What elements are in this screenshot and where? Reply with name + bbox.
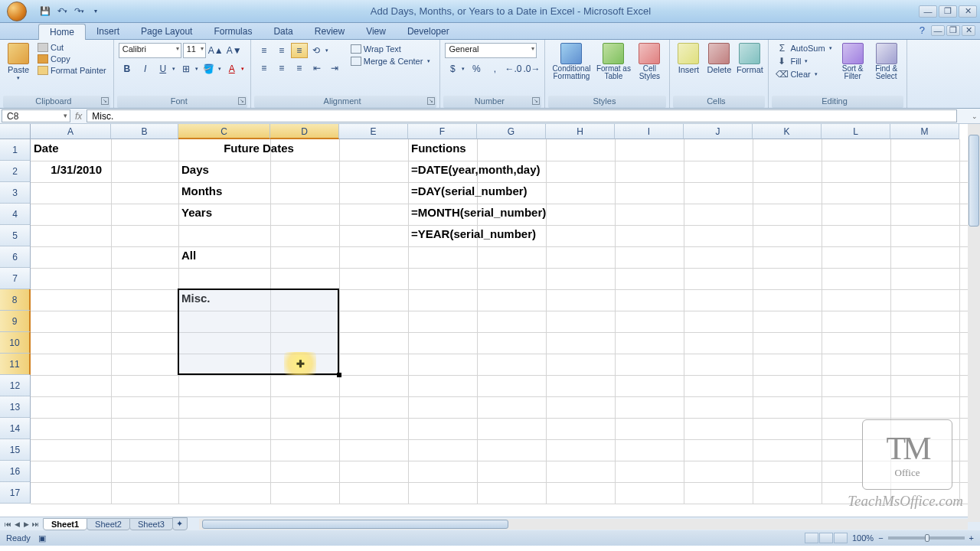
cell[interactable]: Days (178, 161, 212, 178)
comma-button[interactable]: , (486, 61, 503, 77)
sheet-tab-2[interactable]: Sheet2 (87, 518, 130, 530)
cell[interactable]: =YEAR(serial_number) (408, 225, 539, 243)
row-header-6[interactable]: 6 (0, 246, 31, 268)
fill-button[interactable]: ⬇Fill▾ (773, 55, 835, 67)
row-header-15[interactable]: 15 (0, 439, 31, 461)
paste-button[interactable]: Paste ▾ (3, 41, 34, 83)
autosum-button[interactable]: ΣAutoSum▾ (773, 42, 835, 54)
sheet-tab-1[interactable]: Sheet1 (43, 518, 87, 530)
format-cells-button[interactable]: Format (734, 41, 765, 76)
col-header-I[interactable]: I (615, 124, 684, 139)
next-sheet-button[interactable]: ▶ (21, 520, 31, 528)
middle-align-button[interactable]: ≡ (273, 43, 290, 58)
zoom-out-button[interactable]: − (878, 533, 883, 543)
row-header-9[interactable]: 9 (0, 311, 31, 332)
row-header-17[interactable]: 17 (0, 482, 31, 504)
save-icon[interactable]: 💾 (38, 5, 52, 18)
orientation-button[interactable]: ⟲ (309, 43, 330, 58)
maximize-button[interactable]: ❐ (939, 5, 957, 18)
col-header-C[interactable]: C (178, 124, 270, 139)
tab-data[interactable]: Data (263, 24, 303, 39)
normal-view-button[interactable] (805, 533, 818, 543)
fx-icon[interactable]: fx (75, 111, 82, 122)
row-header-11[interactable]: 11 (0, 354, 31, 375)
decrease-decimal-button[interactable]: .0→ (523, 61, 540, 77)
top-align-button[interactable]: ≡ (256, 43, 273, 58)
increase-indent-button[interactable]: ⇥ (326, 60, 343, 76)
row-header-2[interactable]: 2 (0, 161, 31, 182)
cell[interactable]: =DAY(serial_number) (408, 182, 531, 200)
wrap-text-button[interactable]: Wrap Text (346, 43, 436, 55)
page-break-view-button[interactable] (834, 533, 848, 543)
name-box[interactable]: C8 (2, 109, 70, 122)
cell[interactable]: Date (31, 139, 62, 157)
tab-page-layout[interactable]: Page Layout (130, 24, 203, 39)
decrease-indent-button[interactable]: ⇤ (309, 60, 325, 76)
conditional-formatting-button[interactable]: Conditional Formatting (548, 41, 594, 82)
col-header-H[interactable]: H (546, 124, 615, 139)
underline-button[interactable]: U (155, 61, 177, 77)
insert-cells-button[interactable]: Insert (673, 41, 704, 76)
last-sheet-button[interactable]: ⏭ (31, 520, 40, 528)
doc-minimize-button[interactable]: — (931, 25, 945, 36)
worksheet-grid[interactable]: 1234567891011121314151617 ABCDEFGHIJKLM … (0, 124, 980, 517)
formula-bar[interactable]: Misc. (87, 109, 957, 122)
number-launcher[interactable]: ↘ (532, 97, 540, 105)
row-header-12[interactable]: 12 (0, 375, 31, 396)
percent-button[interactable]: % (468, 61, 485, 77)
cell[interactable]: All (178, 246, 199, 264)
row-header-8[interactable]: 8 (0, 289, 31, 311)
cell-styles-button[interactable]: Cell Styles (632, 41, 666, 82)
cut-button[interactable]: Cut (34, 42, 109, 53)
horizontal-scrollbar[interactable] (199, 519, 968, 530)
center-align-button[interactable]: ≡ (273, 60, 290, 76)
col-header-D[interactable]: D (270, 124, 339, 139)
bottom-align-button[interactable]: ≡ (291, 43, 308, 58)
zoom-slider[interactable] (888, 536, 965, 540)
right-align-button[interactable]: ≡ (291, 60, 308, 76)
row-header-13[interactable]: 13 (0, 396, 31, 418)
merge-center-button[interactable]: Merge & Center▾ (346, 55, 436, 67)
doc-close-button[interactable]: ✕ (962, 25, 975, 36)
cell[interactable]: Misc. (178, 289, 214, 307)
italic-button[interactable]: I (137, 61, 154, 77)
bold-button[interactable]: B (119, 61, 136, 77)
row-header-7[interactable]: 7 (0, 268, 31, 289)
col-header-G[interactable]: G (477, 124, 546, 139)
tab-home[interactable]: Home (38, 24, 86, 40)
doc-restore-button[interactable]: ❐ (946, 25, 960, 36)
zoom-level[interactable]: 100% (852, 533, 874, 543)
row-header-1[interactable]: 1 (0, 139, 31, 161)
copy-button[interactable]: Copy (34, 54, 109, 64)
zoom-in-button[interactable]: + (969, 533, 974, 543)
row-header-14[interactable]: 14 (0, 418, 31, 439)
col-header-F[interactable]: F (408, 124, 477, 139)
select-all-corner[interactable] (0, 124, 31, 139)
format-painter-button[interactable]: Format Painter (34, 65, 109, 76)
tab-insert[interactable]: Insert (86, 24, 130, 39)
font-launcher[interactable]: ↘ (238, 97, 246, 105)
cell[interactable]: Future Dates (178, 139, 339, 157)
font-color-button[interactable]: A (224, 61, 246, 77)
qat-more-icon[interactable]: ▾ (89, 5, 103, 18)
increase-decimal-button[interactable]: ←.0 (505, 61, 521, 77)
border-button[interactable]: ⊞ (178, 61, 200, 77)
format-as-table-button[interactable]: Format as Table (594, 41, 632, 82)
cell[interactable]: Months (178, 182, 225, 200)
office-button[interactable] (0, 0, 34, 23)
number-format-combo[interactable]: General (445, 43, 537, 58)
left-align-button[interactable]: ≡ (256, 60, 273, 76)
prev-sheet-button[interactable]: ◀ (12, 520, 21, 528)
row-header-4[interactable]: 4 (0, 204, 31, 225)
cell[interactable]: =MONTH(serial_number) (408, 204, 549, 221)
new-sheet-button[interactable]: ✦ (172, 517, 188, 530)
cell[interactable]: Functions (408, 139, 469, 157)
sort-filter-button[interactable]: Sort & Filter (836, 41, 870, 82)
col-header-J[interactable]: J (684, 124, 753, 139)
grow-font-button[interactable]: A▲ (207, 43, 224, 58)
tab-review[interactable]: Review (304, 24, 355, 39)
row-header-3[interactable]: 3 (0, 182, 31, 204)
row-header-10[interactable]: 10 (0, 332, 31, 354)
close-button[interactable]: ✕ (959, 5, 977, 18)
cell[interactable]: 1/31/2010 (31, 161, 105, 178)
